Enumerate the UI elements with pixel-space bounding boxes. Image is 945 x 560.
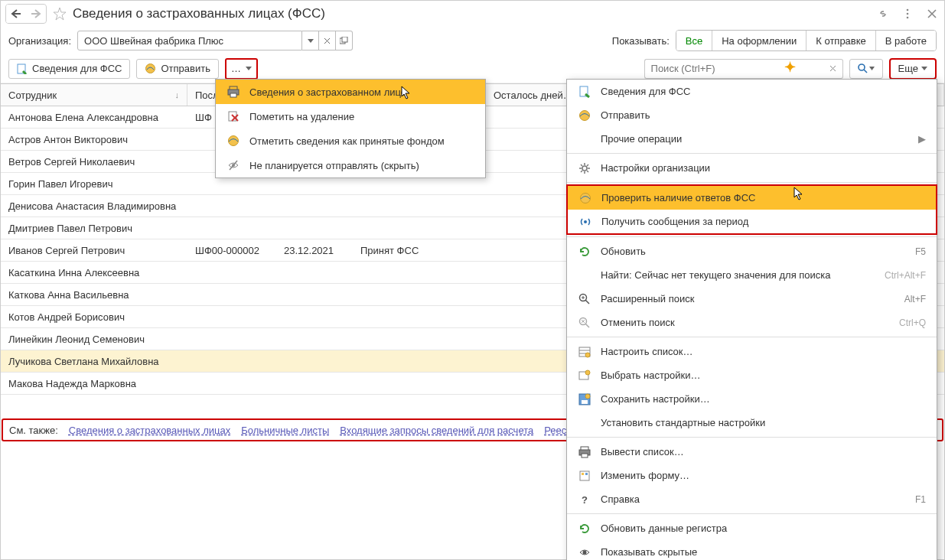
- cell-employee: Макова Надежда Марковна: [1, 378, 187, 389]
- org-dropdown-button[interactable]: [302, 31, 319, 50]
- menu-item-label: Сохранить настройки…: [601, 393, 926, 405]
- menu-item[interactable]: ОбновитьF5: [567, 239, 937, 263]
- cell-employee: Астров Антон Викторович: [1, 134, 187, 145]
- svg-point-28: [582, 166, 587, 171]
- filter-tosend[interactable]: К отправке: [807, 31, 876, 50]
- favorite-star-icon[interactable]: [51, 5, 68, 22]
- dots-label: …: [231, 63, 241, 74]
- svg-point-52: [585, 370, 590, 375]
- menu-item-label: Сведения для ФСС: [601, 86, 926, 97]
- svg-line-25: [230, 161, 237, 170]
- more-label: Еще: [898, 63, 918, 74]
- show-label: Показывать:: [612, 35, 670, 47]
- menu-item[interactable]: Сведения для ФСС: [567, 80, 937, 103]
- shortcut-label: F1: [915, 494, 926, 505]
- sort-icon: ↓: [175, 90, 180, 99]
- cell-employee: Антонова Елена Александровна: [1, 112, 187, 123]
- menu-item-label: Настроить список…: [601, 346, 926, 357]
- menu-item[interactable]: Вывести список…: [567, 440, 937, 464]
- search-dropdown-button[interactable]: [849, 59, 883, 79]
- footer-link-sicklists[interactable]: Больничные листы: [241, 425, 329, 436]
- refresh-icon: [578, 245, 591, 259]
- nav-back[interactable]: [6, 5, 26, 23]
- search-input[interactable]: [644, 59, 823, 79]
- cell-employee: Линейкин Леонид Семенович: [1, 334, 187, 345]
- menu-item[interactable]: Прочие операции▶: [567, 127, 937, 151]
- menu-item[interactable]: Обновить данные регистра: [567, 516, 937, 540]
- eye-icon: [578, 545, 591, 559]
- menu-item[interactable]: Сведения о застрахованном лице: [216, 80, 485, 104]
- overflow-dots-button[interactable]: …: [225, 58, 258, 80]
- menu-item: Отменить поискCtrl+Q: [567, 311, 937, 334]
- more-dropdown[interactable]: Сведения для ФССОтправитьПрочие операции…: [566, 79, 937, 560]
- menu-item-label: Проверить наличие ответов ФСС: [601, 192, 925, 203]
- org-input[interactable]: [77, 31, 302, 50]
- menu-item-label: Обновить данные регистра: [601, 523, 926, 534]
- link-icon[interactable]: [875, 6, 891, 21]
- org-field-group: [77, 31, 353, 50]
- more-menu-button[interactable]: Еще: [889, 58, 937, 80]
- shortcut-label: Ctrl+Q: [899, 317, 926, 328]
- cell-employee: Денисова Анастасия Владимировна: [1, 200, 187, 212]
- svg-point-12: [146, 64, 155, 73]
- blank-icon: [578, 269, 591, 282]
- menu-item[interactable]: Расширенный поискAlt+F: [567, 287, 937, 311]
- fss-doc-icon: [578, 85, 591, 99]
- menu-item[interactable]: ?СправкаF1: [567, 487, 937, 511]
- org-open-button[interactable]: [336, 31, 353, 50]
- svg-line-36: [581, 171, 582, 172]
- print-icon: [226, 85, 240, 99]
- send-button[interactable]: Отправить: [136, 59, 218, 79]
- menu-item[interactable]: Пометить на удаление: [216, 104, 485, 129]
- org-clear-button[interactable]: [319, 31, 336, 50]
- menu-item[interactable]: Настройки организации: [567, 156, 937, 180]
- fss-info-button[interactable]: Сведения для ФСС: [8, 59, 130, 79]
- menu-item[interactable]: Настроить список…: [567, 340, 937, 363]
- menu-item[interactable]: Проверить наличие ответов ФСС: [568, 186, 936, 210]
- menu-item[interactable]: Выбрать настройки…: [567, 363, 937, 387]
- shortcut-label: Ctrl+Alt+F: [885, 270, 926, 281]
- menu-item[interactable]: Не планируется отправлять (скрыть): [216, 153, 485, 177]
- cell-date: 23.12.2021: [276, 245, 353, 256]
- svg-point-15: [859, 64, 865, 70]
- fss-info-label: Сведения для ФСС: [32, 63, 122, 74]
- menu-item-label: Вывести список…: [601, 446, 926, 457]
- pick-conf-icon: [578, 369, 591, 383]
- menu-item-label: Отправить: [601, 109, 926, 121]
- menu-item[interactable]: Сохранить настройки…: [567, 387, 937, 411]
- svg-line-33: [581, 164, 582, 166]
- menu-item-label: Обновить: [601, 246, 906, 257]
- filter-draft[interactable]: На оформлении: [712, 31, 807, 50]
- menu-item[interactable]: Получить сообщения за период: [568, 210, 936, 233]
- globe-icon: [578, 191, 592, 205]
- globe-icon: [226, 134, 240, 148]
- close-icon[interactable]: [924, 6, 940, 21]
- antenna-icon: [578, 215, 592, 229]
- menu-item[interactable]: Отправить: [567, 103, 937, 127]
- list-conf-icon: [578, 345, 591, 359]
- footer-link-insured[interactable]: Сведения о застрахованных лицах: [69, 425, 230, 436]
- menu-item[interactable]: Показывать скрытые: [567, 540, 937, 560]
- menu-item-label: Прочие операции: [601, 133, 909, 145]
- menu-item[interactable]: Отметить сведения как принятые фондом: [216, 129, 485, 153]
- menu-item[interactable]: Изменить форму…: [567, 464, 937, 487]
- nav-forward[interactable]: [26, 5, 46, 23]
- menu-item-label: Отменить поиск: [601, 317, 890, 328]
- see-also-label: См. также:: [9, 425, 58, 436]
- footer-link-requests[interactable]: Входящие запросы сведений для расчета: [340, 425, 533, 436]
- app-window: Сведения о застрахованных лицах (ФСС) Ор…: [0, 0, 945, 560]
- menu-item[interactable]: Установить стандартные настройки: [567, 411, 937, 435]
- menu-item-label: Не планируется отправлять (скрыть): [249, 160, 419, 171]
- col-employee[interactable]: Сотрудник ↓: [1, 84, 187, 106]
- search-clear-button[interactable]: [823, 59, 843, 79]
- form-icon: [578, 469, 591, 483]
- svg-text:?: ?: [582, 494, 588, 506]
- filter-inprogress[interactable]: В работе: [876, 31, 936, 50]
- menu-item-label: Сведения о застрахованном лице: [249, 86, 406, 98]
- overflow-dropdown[interactable]: Сведения о застрахованном лицеПометить н…: [215, 79, 486, 178]
- filter-all[interactable]: Все: [676, 31, 712, 50]
- svg-rect-60: [582, 473, 584, 475]
- print-icon: [578, 445, 591, 459]
- kebab-icon[interactable]: [900, 6, 915, 21]
- cell-status: Принят ФСС: [353, 245, 486, 256]
